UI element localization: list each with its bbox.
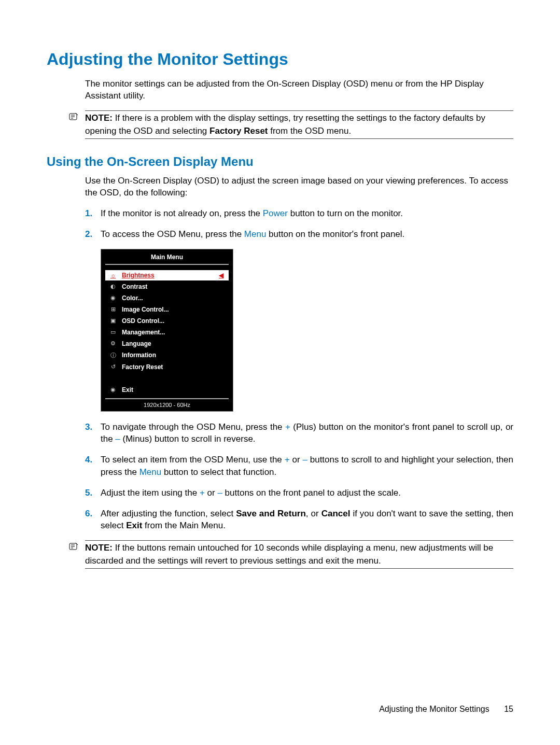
osd-label: Color... (122, 294, 226, 302)
page-footer: Adjusting the Monitor Settings 15 (379, 705, 513, 714)
language-icon: ⚙ (108, 340, 118, 347)
osd-item-osd-control: ▣ OSD Control... (105, 316, 229, 326)
note-timeout: NOTE: If the buttons remain untouched fo… (68, 540, 513, 569)
step-number: 2. (85, 228, 101, 241)
osd-item-language: ⚙ Language (105, 339, 229, 349)
osd-resolution-footer: 1920x1200 - 60Hz (105, 398, 229, 408)
osd-screenshot: Main Menu ☼ Brightness ◀ ◐ Contrast ◉ Co… (101, 249, 513, 412)
osd-label: Language (122, 340, 226, 347)
step-text: If the monitor is not already on, press … (101, 208, 263, 218)
osd-control-icon: ▣ (108, 317, 118, 324)
brightness-icon: ☼ (108, 272, 118, 278)
osd-label: Factory Reset (122, 363, 226, 371)
minus-ref: – (217, 488, 222, 498)
heading-using-osd: Using the On-Screen Display Menu (47, 154, 513, 169)
note-text: If the buttons remain untouched for 10 s… (85, 543, 493, 566)
page-number: 15 (504, 705, 513, 713)
footer-section-title: Adjusting the Monitor Settings (379, 705, 489, 713)
osd-label: Brightness (122, 272, 217, 279)
osd-item-brightness: ☼ Brightness ◀ (105, 270, 229, 280)
management-icon: ▭ (108, 329, 118, 335)
step-text: (Minus) button to scroll in reverse. (120, 434, 256, 444)
step-2: 2. To access the OSD Menu, press the Men… (85, 228, 513, 241)
step-text: buttons on the front panel to adjust the… (222, 488, 401, 498)
plus-ref: + (285, 455, 290, 465)
minus-ref: – (302, 455, 307, 465)
osd-title: Main Menu (105, 254, 229, 265)
osd-label: Image Control... (122, 306, 226, 313)
save-and-return-ref: Save and Return (236, 509, 306, 518)
osd-intro-paragraph: Use the On-Screen Display (OSD) to adjus… (85, 175, 513, 199)
step-number: 6. (85, 508, 101, 532)
osd-main-menu: Main Menu ☼ Brightness ◀ ◐ Contrast ◉ Co… (101, 249, 233, 412)
cancel-ref: Cancel (321, 509, 351, 518)
menu-button-ref: Menu (244, 229, 267, 239)
note-factory-reset: NOTE: If there is a problem with the dis… (68, 110, 513, 139)
osd-item-image-control: ⊞ Image Control... (105, 304, 229, 315)
exit-ref: Exit (126, 521, 142, 530)
osd-item-color: ◉ Color... (105, 293, 229, 303)
step-6: 6. After adjusting the function, select … (85, 508, 513, 532)
step-number: 4. (85, 454, 101, 479)
factory-reset-icon: ↺ (108, 363, 118, 370)
heading-adjusting-monitor: Adjusting the Monitor Settings (47, 50, 513, 69)
osd-item-management: ▭ Management... (105, 327, 229, 338)
note-icon (68, 540, 82, 569)
step-3: 3. To navigate through the OSD Menu, pre… (85, 421, 513, 446)
image-control-icon: ⊞ (108, 306, 118, 313)
step-number: 1. (85, 207, 101, 220)
note-label: NOTE: (85, 543, 113, 553)
document-page: Adjusting the Monitor Settings The monit… (0, 0, 560, 745)
step-text: To access the OSD Menu, press the (101, 229, 244, 239)
osd-item-information: ⓘ Information (105, 350, 229, 361)
step-text: Adjust the item using the (101, 488, 200, 498)
note-label: NOTE: (85, 113, 113, 123)
minus-ref: – (115, 434, 120, 444)
osd-label: Contrast (122, 283, 226, 290)
plus-ref: + (200, 488, 205, 498)
information-icon: ⓘ (108, 352, 118, 359)
exit-icon: ◉ (108, 386, 118, 393)
osd-label: Management... (122, 329, 226, 336)
step-text: button to select that function. (161, 467, 276, 477)
step-text: After adjusting the function, select (101, 509, 236, 518)
step-number: 5. (85, 487, 101, 499)
step-text: from the Main Menu. (142, 521, 226, 530)
note-text-post: from the OSD menu. (268, 126, 352, 136)
osd-item-contrast: ◐ Contrast (105, 282, 229, 292)
selected-arrow-icon: ◀ (217, 272, 226, 279)
step-text: or (205, 488, 218, 498)
osd-item-exit: ◉ Exit (105, 385, 229, 395)
step-text: button to turn on the monitor. (288, 208, 403, 218)
step-text: or (290, 455, 303, 465)
step-text: To navigate through the OSD Menu, press … (101, 422, 285, 432)
power-button-ref: Power (263, 208, 288, 218)
intro-paragraph: The monitor settings can be adjusted fro… (85, 78, 513, 102)
menu-button-ref: Menu (139, 467, 162, 477)
contrast-icon: ◐ (108, 283, 118, 290)
step-5: 5. Adjust the item using the + or – butt… (85, 487, 513, 499)
step-1: 1. If the monitor is not already on, pre… (85, 207, 513, 220)
osd-label: OSD Control... (122, 317, 226, 325)
note-icon (68, 110, 82, 139)
note-bold-factory-reset: Factory Reset (209, 126, 268, 136)
osd-label: Information (122, 352, 226, 359)
steps-list: 1. If the monitor is not already on, pre… (85, 207, 513, 241)
osd-item-factory-reset: ↺ Factory Reset (105, 362, 229, 372)
plus-ref: + (285, 422, 290, 432)
step-text: , or (306, 509, 321, 518)
step-4: 4. To select an item from the OSD Menu, … (85, 454, 513, 479)
step-text: To select an item from the OSD Menu, use… (101, 455, 285, 465)
steps-list-continued: 3. To navigate through the OSD Menu, pre… (85, 421, 513, 532)
step-number: 3. (85, 421, 101, 446)
osd-label: Exit (122, 386, 226, 393)
step-text: button on the monitor's front panel. (266, 229, 404, 239)
color-icon: ◉ (108, 294, 118, 301)
